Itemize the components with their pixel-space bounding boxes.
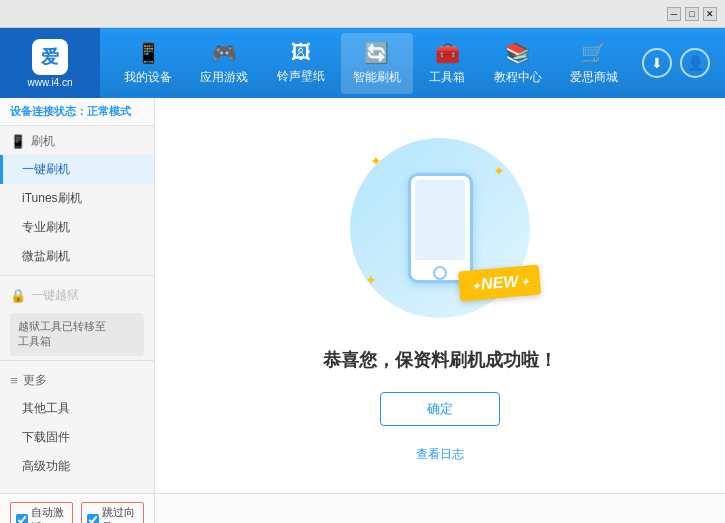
auto-connect-input[interactable]: [16, 514, 28, 523]
maximize-button[interactable]: □: [685, 7, 699, 21]
bottom-area: 自动激活 跳过向导 📱 iPhone 12 mini 64GB Down-12m…: [0, 493, 725, 523]
sidebar-divider-2: [0, 360, 154, 361]
nav-item-mall[interactable]: 🛒 爱思商城: [558, 33, 630, 94]
nav-item-my-device[interactable]: 📱 我的设备: [112, 33, 184, 94]
window-controls[interactable]: ─ □ ✕: [667, 7, 717, 21]
sparkle-icon-3: ✦: [365, 272, 377, 288]
confirm-button[interactable]: 确定: [380, 392, 500, 426]
nav-label-my-device: 我的设备: [124, 69, 172, 86]
checkbox-row: 自动激活 跳过向导: [10, 502, 144, 523]
logo-text: www.i4.cn: [27, 77, 72, 88]
sidebar-item-advanced[interactable]: 高级功能: [0, 452, 154, 481]
nav-right: ⬇ 👤: [642, 48, 725, 78]
sidebar-label-other-tools: 其他工具: [22, 401, 70, 415]
more-category-icon: ≡: [10, 373, 18, 388]
sidebar-category-jailbreak: 🔒 一键越狱: [0, 280, 154, 309]
sidebar-section-flash: 📱 刷机 一键刷机 iTunes刷机 专业刷机 微盐刷机: [0, 126, 154, 271]
sidebar-label-one-key-flash: 一键刷机: [22, 162, 70, 176]
header: 爱 www.i4.cn 📱 我的设备 🎮 应用游戏 🖼 铃声壁纸 🔄 智能刷机 …: [0, 28, 725, 98]
close-button[interactable]: ✕: [703, 7, 717, 21]
connection-status: 设备连接状态：正常模式: [0, 98, 154, 126]
auto-connect-checkbox[interactable]: 自动激活: [10, 502, 73, 523]
flash-category-label: 刷机: [31, 133, 55, 150]
skip-wizard-label: 跳过向导: [102, 505, 138, 523]
nav-item-smart-flash[interactable]: 🔄 智能刷机: [341, 33, 413, 94]
jailbreak-category-label: 一键越狱: [31, 287, 79, 304]
phone-screen: [415, 180, 465, 260]
sidebar-section-more: ≡ 更多 其他工具 下载固件 高级功能: [0, 365, 154, 481]
content-area: ✦ ✦ ✦ NEW 恭喜您，保资料刷机成功啦！ 确定 查看日志: [155, 98, 725, 493]
nav-icon-toolbox: 🧰: [435, 41, 460, 65]
nav-icon-apps-games: 🎮: [212, 41, 237, 65]
sidebar-label-dual-flash: 微盐刷机: [22, 249, 70, 263]
nav-label-tutorial: 教程中心: [494, 69, 542, 86]
sidebar-item-one-key-flash[interactable]: 一键刷机: [0, 155, 154, 184]
skip-wizard-input[interactable]: [87, 514, 99, 523]
status-value: 正常模式: [87, 105, 131, 117]
sidebar-label-itunes-flash: iTunes刷机: [22, 191, 82, 205]
main-content: 设备连接状态：正常模式 📱 刷机 一键刷机 iTunes刷机 专业刷机 微盐刷机: [0, 98, 725, 493]
more-category-label: 更多: [23, 372, 47, 389]
sparkle-icon-2: ✦: [493, 163, 505, 179]
nav-label-smart-flash: 智能刷机: [353, 69, 401, 86]
sidebar-item-pro-flash[interactable]: 专业刷机: [0, 213, 154, 242]
sidebar: 设备连接状态：正常模式 📱 刷机 一键刷机 iTunes刷机 专业刷机 微盐刷机: [0, 98, 155, 493]
nav-icon-wallpaper: 🖼: [291, 41, 311, 64]
auto-connect-label: 自动激活: [31, 505, 67, 523]
phone-circle: ✦ ✦ ✦ NEW: [350, 138, 530, 318]
flash-category-icon: 📱: [10, 134, 26, 149]
download-button[interactable]: ⬇: [642, 48, 672, 78]
nav-item-toolbox[interactable]: 🧰 工具箱: [417, 33, 477, 94]
title-bar: ─ □ ✕: [0, 0, 725, 28]
sidebar-label-pro-flash: 专业刷机: [22, 220, 70, 234]
sidebar-label-download-firmware: 下载固件: [22, 430, 70, 444]
nav-icon-tutorial: 📚: [505, 41, 530, 65]
sidebar-label-advanced: 高级功能: [22, 459, 70, 473]
skip-wizard-checkbox[interactable]: 跳过向导: [81, 502, 144, 523]
sidebar-item-itunes-flash[interactable]: iTunes刷机: [0, 184, 154, 213]
minimize-button[interactable]: ─: [667, 7, 681, 21]
nav-icon-mall: 🛒: [581, 41, 606, 65]
nav-label-wallpaper: 铃声壁纸: [277, 68, 325, 85]
success-message: 恭喜您，保资料刷机成功啦！: [323, 348, 557, 372]
success-illustration: ✦ ✦ ✦ NEW: [340, 128, 540, 328]
sidebar-item-download-firmware[interactable]: 下载固件: [0, 423, 154, 452]
view-daily-link[interactable]: 查看日志: [416, 446, 464, 463]
nav-label-toolbox: 工具箱: [429, 69, 465, 86]
user-button[interactable]: 👤: [680, 48, 710, 78]
new-badge: NEW: [458, 265, 542, 302]
logo-area: 爱 www.i4.cn: [0, 28, 100, 98]
sidebar-category-more: ≡ 更多: [0, 365, 154, 394]
bottom-right: V7.98.66 客服 微信公众号 检查更新: [155, 494, 725, 523]
sidebar-category-flash: 📱 刷机: [0, 126, 154, 155]
nav-items: 📱 我的设备 🎮 应用游戏 🖼 铃声壁纸 🔄 智能刷机 🧰 工具箱 📚 教程中心…: [100, 28, 642, 98]
sparkle-icon-1: ✦: [370, 153, 382, 169]
nav-icon-smart-flash: 🔄: [364, 41, 389, 65]
bottom-left: 自动激活 跳过向导 📱 iPhone 12 mini 64GB Down-12m…: [0, 494, 155, 523]
nav-item-tutorial[interactable]: 📚 教程中心: [482, 33, 554, 94]
sidebar-section-jailbreak: 🔒 一键越狱 越狱工具已转移至工具箱: [0, 280, 154, 356]
nav-item-apps-games[interactable]: 🎮 应用游戏: [188, 33, 260, 94]
lock-icon: 🔒: [10, 288, 26, 303]
sidebar-item-dual-flash[interactable]: 微盐刷机: [0, 242, 154, 271]
phone-home-button: [433, 266, 447, 280]
nav-icon-my-device: 📱: [136, 41, 161, 65]
sidebar-divider-1: [0, 275, 154, 276]
sidebar-item-other-tools[interactable]: 其他工具: [0, 394, 154, 423]
logo-icon: 爱: [32, 39, 68, 75]
phone-body: [408, 173, 473, 283]
nav-label-mall: 爱思商城: [570, 69, 618, 86]
nav-label-apps-games: 应用游戏: [200, 69, 248, 86]
status-prefix: 设备连接状态：: [10, 105, 87, 117]
jailbreak-note: 越狱工具已转移至工具箱: [10, 313, 144, 356]
nav-item-wallpaper[interactable]: 🖼 铃声壁纸: [265, 33, 337, 93]
